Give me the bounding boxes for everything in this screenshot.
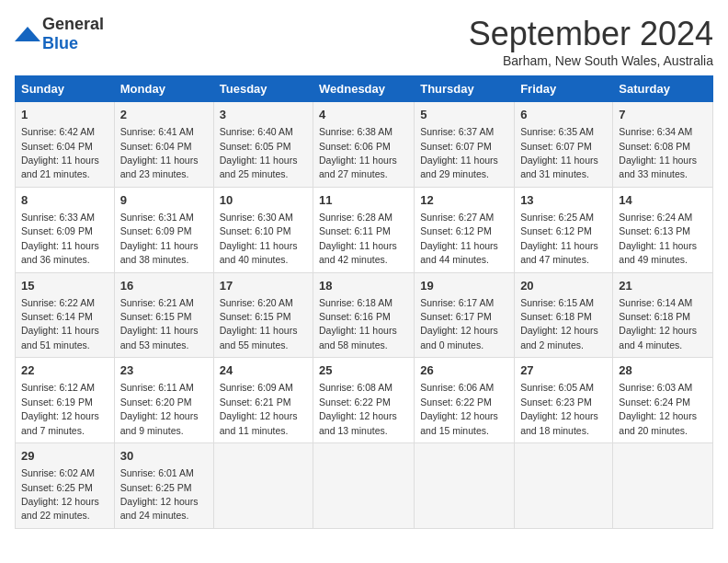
day-info: Sunrise: 6:21 AMSunset: 6:15 PMDaylight:… [120, 297, 199, 350]
calendar-day-cell: 4Sunrise: 6:38 AMSunset: 6:06 PMDaylight… [313, 102, 415, 188]
calendar-table: SundayMondayTuesdayWednesdayThursdayFrid… [15, 75, 713, 529]
calendar-day-cell: 3Sunrise: 6:40 AMSunset: 6:05 PMDaylight… [213, 102, 313, 188]
calendar-day-cell: 23Sunrise: 6:11 AMSunset: 6:20 PMDayligh… [114, 358, 213, 443]
day-info: Sunrise: 6:30 AMSunset: 6:10 PMDaylight:… [220, 212, 298, 265]
calendar-day-cell: 2Sunrise: 6:41 AMSunset: 6:04 PMDaylight… [114, 102, 213, 188]
location-title: Barham, New South Wales, Australia [469, 53, 713, 68]
day-info: Sunrise: 6:34 AMSunset: 6:08 PMDaylight:… [619, 126, 697, 179]
day-info: Sunrise: 6:40 AMSunset: 6:05 PMDaylight:… [220, 126, 298, 179]
calendar-week-row: 1Sunrise: 6:42 AMSunset: 6:04 PMDaylight… [16, 102, 713, 188]
calendar-day-cell: 8Sunrise: 6:33 AMSunset: 6:09 PMDaylight… [16, 187, 115, 272]
day-number: 29 [21, 448, 108, 465]
day-number: 1 [21, 107, 108, 123]
logo-general: General [42, 15, 104, 33]
day-number: 6 [520, 107, 607, 123]
calendar-week-row: 8Sunrise: 6:33 AMSunset: 6:09 PMDaylight… [16, 187, 713, 272]
day-number: 2 [120, 107, 208, 123]
calendar-day-cell: 13Sunrise: 6:25 AMSunset: 6:12 PMDayligh… [515, 187, 613, 272]
day-number: 25 [319, 362, 408, 379]
day-info: Sunrise: 6:12 AMSunset: 6:19 PMDaylight:… [21, 382, 99, 435]
day-number: 28 [619, 362, 707, 379]
calendar-day-cell: 16Sunrise: 6:21 AMSunset: 6:15 PMDayligh… [114, 272, 213, 358]
day-info: Sunrise: 6:41 AMSunset: 6:04 PMDaylight:… [120, 126, 199, 179]
day-number: 13 [520, 192, 607, 209]
day-info: Sunrise: 6:01 AMSunset: 6:25 PMDaylight:… [120, 467, 199, 521]
day-info: Sunrise: 6:38 AMSunset: 6:06 PMDaylight:… [319, 126, 397, 179]
title-block: September 2024 Barham, New South Wales, … [469, 15, 713, 68]
logo: General Blue [15, 15, 104, 53]
day-number: 24 [220, 362, 307, 379]
day-info: Sunrise: 6:11 AMSunset: 6:20 PMDaylight:… [120, 382, 199, 435]
day-number: 3 [220, 107, 307, 123]
day-info: Sunrise: 6:27 AMSunset: 6:12 PMDaylight:… [420, 212, 498, 265]
header-day-monday: Monday [114, 76, 213, 102]
calendar-empty-cell [313, 443, 415, 529]
day-number: 14 [619, 192, 707, 209]
day-info: Sunrise: 6:24 AMSunset: 6:13 PMDaylight:… [619, 212, 697, 265]
calendar-day-cell: 5Sunrise: 6:37 AMSunset: 6:07 PMDaylight… [415, 102, 515, 188]
month-title: September 2024 [469, 15, 713, 53]
day-info: Sunrise: 6:15 AMSunset: 6:18 PMDaylight:… [520, 297, 598, 350]
day-info: Sunrise: 6:06 AMSunset: 6:22 PMDaylight:… [420, 382, 498, 435]
calendar-empty-cell [613, 443, 713, 529]
header-day-tuesday: Tuesday [213, 76, 313, 102]
day-number: 26 [420, 362, 508, 379]
day-info: Sunrise: 6:37 AMSunset: 6:07 PMDaylight:… [420, 126, 498, 179]
calendar-day-cell: 14Sunrise: 6:24 AMSunset: 6:13 PMDayligh… [613, 187, 713, 272]
calendar-day-cell: 11Sunrise: 6:28 AMSunset: 6:11 PMDayligh… [313, 187, 415, 272]
day-number: 16 [120, 278, 208, 294]
page-header: General Blue September 2024 Barham, New … [15, 15, 713, 68]
header-day-wednesday: Wednesday [313, 76, 415, 102]
header-day-friday: Friday [515, 76, 613, 102]
header-day-saturday: Saturday [613, 76, 713, 102]
day-number: 15 [21, 278, 108, 294]
calendar-day-cell: 21Sunrise: 6:14 AMSunset: 6:18 PMDayligh… [613, 272, 713, 358]
day-info: Sunrise: 6:42 AMSunset: 6:04 PMDaylight:… [21, 126, 99, 179]
calendar-day-cell: 9Sunrise: 6:31 AMSunset: 6:09 PMDaylight… [114, 187, 213, 272]
day-number: 18 [319, 278, 408, 294]
calendar-day-cell: 6Sunrise: 6:35 AMSunset: 6:07 PMDaylight… [515, 102, 613, 188]
calendar-day-cell: 30Sunrise: 6:01 AMSunset: 6:25 PMDayligh… [114, 443, 213, 529]
day-number: 30 [120, 448, 208, 465]
day-info: Sunrise: 6:02 AMSunset: 6:25 PMDaylight:… [21, 467, 99, 521]
calendar-day-cell: 17Sunrise: 6:20 AMSunset: 6:15 PMDayligh… [213, 272, 313, 358]
day-info: Sunrise: 6:18 AMSunset: 6:16 PMDaylight:… [319, 297, 397, 350]
day-info: Sunrise: 6:22 AMSunset: 6:14 PMDaylight:… [21, 297, 99, 350]
day-info: Sunrise: 6:35 AMSunset: 6:07 PMDaylight:… [520, 126, 598, 179]
day-info: Sunrise: 6:14 AMSunset: 6:18 PMDaylight:… [619, 297, 697, 350]
day-number: 10 [220, 192, 307, 209]
calendar-day-cell: 20Sunrise: 6:15 AMSunset: 6:18 PMDayligh… [515, 272, 613, 358]
day-info: Sunrise: 6:25 AMSunset: 6:12 PMDaylight:… [520, 212, 598, 265]
calendar-day-cell: 15Sunrise: 6:22 AMSunset: 6:14 PMDayligh… [16, 272, 115, 358]
calendar-week-row: 29Sunrise: 6:02 AMSunset: 6:25 PMDayligh… [16, 443, 713, 529]
day-info: Sunrise: 6:08 AMSunset: 6:22 PMDaylight:… [319, 382, 397, 435]
day-info: Sunrise: 6:33 AMSunset: 6:09 PMDaylight:… [21, 212, 99, 265]
calendar-day-cell: 19Sunrise: 6:17 AMSunset: 6:17 PMDayligh… [415, 272, 515, 358]
calendar-day-cell: 29Sunrise: 6:02 AMSunset: 6:25 PMDayligh… [16, 443, 115, 529]
calendar-day-cell: 26Sunrise: 6:06 AMSunset: 6:22 PMDayligh… [415, 358, 515, 443]
day-number: 4 [319, 107, 408, 123]
logo-text: General Blue [42, 15, 104, 53]
calendar-empty-cell [415, 443, 515, 529]
calendar-empty-cell [213, 443, 313, 529]
calendar-day-cell: 18Sunrise: 6:18 AMSunset: 6:16 PMDayligh… [313, 272, 415, 358]
calendar-day-cell: 25Sunrise: 6:08 AMSunset: 6:22 PMDayligh… [313, 358, 415, 443]
calendar-day-cell: 24Sunrise: 6:09 AMSunset: 6:21 PMDayligh… [213, 358, 313, 443]
day-info: Sunrise: 6:09 AMSunset: 6:21 PMDaylight:… [220, 382, 298, 435]
calendar-day-cell: 1Sunrise: 6:42 AMSunset: 6:04 PMDaylight… [16, 102, 115, 188]
calendar-day-cell: 10Sunrise: 6:30 AMSunset: 6:10 PMDayligh… [213, 187, 313, 272]
day-number: 20 [520, 278, 607, 294]
day-info: Sunrise: 6:05 AMSunset: 6:23 PMDaylight:… [520, 382, 598, 435]
day-number: 9 [120, 192, 208, 209]
day-number: 23 [120, 362, 208, 379]
day-number: 22 [21, 362, 108, 379]
day-number: 8 [21, 192, 108, 209]
calendar-week-row: 22Sunrise: 6:12 AMSunset: 6:19 PMDayligh… [16, 358, 713, 443]
logo-icon [15, 25, 40, 43]
calendar-header-row: SundayMondayTuesdayWednesdayThursdayFrid… [16, 76, 713, 102]
day-info: Sunrise: 6:03 AMSunset: 6:24 PMDaylight:… [619, 382, 697, 435]
calendar-empty-cell [515, 443, 613, 529]
day-number: 11 [319, 192, 408, 209]
day-number: 21 [619, 278, 707, 294]
day-info: Sunrise: 6:17 AMSunset: 6:17 PMDaylight:… [420, 297, 498, 350]
